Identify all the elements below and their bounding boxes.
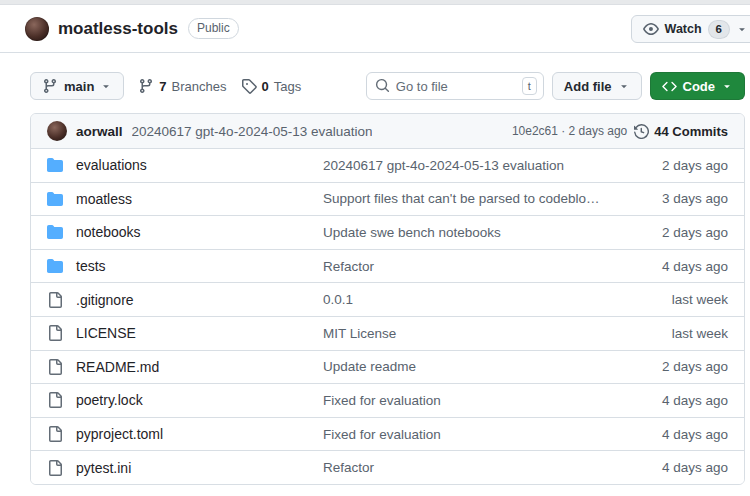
row-commit-time: 4 days ago [618, 460, 728, 475]
chevron-down-icon [618, 80, 630, 92]
row-commit-time: last week [618, 326, 728, 341]
repo-toolbar: main 7 Branches 0 Tags [30, 72, 745, 100]
latest-commit-bar: aorwall 20240617 gpt-4o-2024-05-13 evalu… [31, 114, 744, 148]
tags-count: 0 [262, 79, 269, 94]
table-row[interactable]: .gitignore 0.0.1 last week [31, 282, 744, 316]
git-branch-icon [42, 78, 58, 94]
chevron-down-icon [100, 80, 112, 92]
file-icon [47, 426, 63, 442]
file-icon [47, 460, 63, 476]
file-name-link[interactable]: evaluations [76, 157, 147, 173]
branches-count: 7 [159, 79, 166, 94]
branch-selector-button[interactable]: main [30, 72, 124, 100]
row-commit-message[interactable]: Refactor [323, 460, 618, 475]
commit-author[interactable]: aorwall [76, 124, 123, 139]
tags-link[interactable]: 0 Tags [241, 78, 302, 94]
table-row[interactable]: README.md Update readme 2 days ago [31, 350, 744, 384]
file-name-link[interactable]: notebooks [76, 224, 141, 240]
folder-icon [47, 191, 63, 207]
keyboard-shortcut-hint: t [522, 77, 537, 95]
chevron-down-icon [736, 23, 748, 35]
commit-author-avatar[interactable] [47, 121, 67, 141]
history-icon [634, 124, 649, 139]
add-file-label: Add file [564, 79, 612, 94]
file-name-link[interactable]: moatless [76, 191, 132, 207]
table-row[interactable]: pyproject.toml Fixed for evaluation 4 da… [31, 417, 744, 451]
table-row[interactable]: notebooks Update swe bench notebooks 2 d… [31, 215, 744, 249]
table-row[interactable]: pytest.ini Refactor 4 days ago [31, 450, 744, 484]
commits-count-label: 44 Commits [654, 124, 728, 139]
folder-icon [47, 224, 63, 240]
go-to-file-search: t [366, 72, 544, 100]
file-name-link[interactable]: poetry.lock [76, 392, 143, 408]
row-commit-time: 3 days ago [618, 191, 728, 206]
repo-owner-avatar[interactable] [25, 17, 49, 41]
file-name-link[interactable]: pyproject.toml [76, 426, 163, 442]
branch-name: main [64, 79, 94, 94]
search-input[interactable] [366, 72, 544, 100]
row-commit-time: 2 days ago [618, 158, 728, 173]
row-commit-time: 4 days ago [618, 427, 728, 442]
table-row[interactable]: LICENSE MIT License last week [31, 316, 744, 350]
file-icon [47, 292, 63, 308]
file-name-link[interactable]: tests [76, 258, 106, 274]
code-label: Code [683, 79, 716, 94]
repo-title[interactable]: moatless-tools [58, 19, 178, 39]
row-commit-message[interactable]: 20240617 gpt-4o-2024-05-13 evaluation [323, 158, 618, 173]
file-table-body: evaluations 20240617 gpt-4o-2024-05-13 e… [31, 148, 744, 484]
branches-link[interactable]: 7 Branches [138, 78, 226, 94]
row-commit-message[interactable]: 0.0.1 [323, 292, 618, 307]
file-name-link[interactable]: .gitignore [76, 292, 134, 308]
folder-icon [47, 258, 63, 274]
visibility-badge: Public [188, 18, 239, 39]
row-commit-message[interactable]: Update readme [323, 359, 618, 374]
table-row[interactable]: moatless Support files that can't be par… [31, 182, 744, 216]
row-commit-message[interactable]: Support files that can't be parsed to co… [323, 191, 618, 206]
tag-icon [241, 78, 257, 94]
code-icon [662, 79, 677, 94]
watch-label: Watch [665, 22, 702, 36]
table-row[interactable]: tests Refactor 4 days ago [31, 249, 744, 283]
commit-hash-time[interactable]: 10e2c61 · 2 days ago [512, 124, 627, 138]
commits-history-link[interactable]: 44 Commits [634, 124, 728, 139]
row-commit-message[interactable]: MIT License [323, 326, 618, 341]
file-icon [47, 359, 63, 375]
search-icon [375, 78, 390, 93]
table-row[interactable]: evaluations 20240617 gpt-4o-2024-05-13 e… [31, 148, 744, 182]
file-name-link[interactable]: LICENSE [76, 325, 136, 341]
file-table: aorwall 20240617 gpt-4o-2024-05-13 evalu… [30, 113, 745, 485]
code-button[interactable]: Code [650, 72, 746, 100]
branches-label: Branches [172, 79, 227, 94]
row-commit-time: 2 days ago [618, 225, 728, 240]
tags-label: Tags [274, 79, 301, 94]
folder-icon [47, 157, 63, 173]
git-branch-icon [138, 78, 154, 94]
row-commit-time: 4 days ago [618, 393, 728, 408]
row-commit-message[interactable]: Fixed for evaluation [323, 427, 618, 442]
row-commit-message[interactable]: Refactor [323, 259, 618, 274]
row-commit-time: 2 days ago [618, 359, 728, 374]
file-name-link[interactable]: pytest.ini [76, 460, 131, 476]
add-file-button[interactable]: Add file [552, 72, 642, 100]
row-commit-message[interactable]: Update swe bench notebooks [323, 225, 618, 240]
file-icon [47, 325, 63, 341]
eye-icon [643, 21, 659, 37]
watch-button[interactable]: Watch 6 [631, 15, 750, 43]
watch-count: 6 [708, 20, 730, 39]
table-row[interactable]: poetry.lock Fixed for evaluation 4 days … [31, 383, 744, 417]
file-name-link[interactable]: README.md [76, 359, 159, 375]
commit-message[interactable]: 20240617 gpt-4o-2024-05-13 evaluation [132, 124, 373, 139]
repo-header: moatless-tools Public Watch 6 [0, 5, 750, 53]
row-commit-time: 4 days ago [618, 259, 728, 274]
file-icon [47, 392, 63, 408]
row-commit-message[interactable]: Fixed for evaluation [323, 393, 618, 408]
chevron-down-icon [721, 80, 733, 92]
row-commit-time: last week [618, 292, 728, 307]
repo-content: main 7 Branches 0 Tags [30, 72, 745, 485]
